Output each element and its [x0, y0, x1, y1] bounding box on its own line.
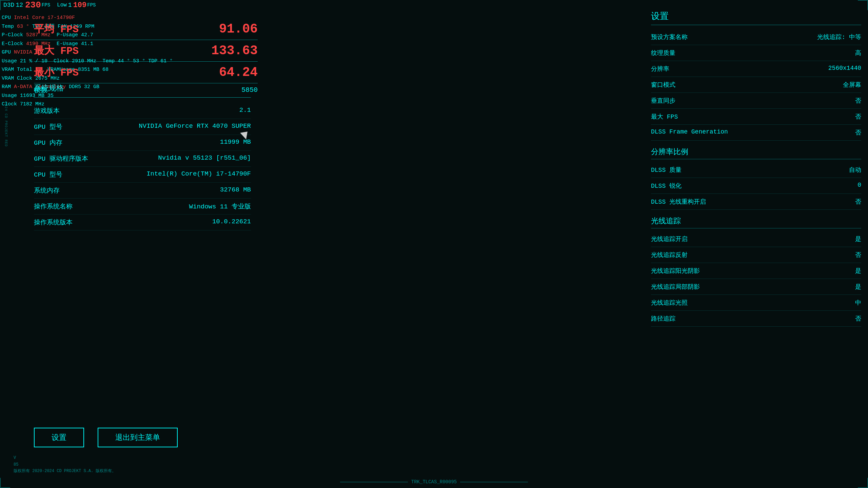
vram-clock-label: VRAM Clock — [2, 76, 32, 81]
specs-row-value: 10.0.22621 — [212, 218, 251, 227]
specs-row-value: Nvidia v 55123 [r551_06] — [158, 154, 251, 163]
cpu-model: Intel Core i7-14790F — [14, 15, 75, 21]
specs-row: GPU 驱动程序版本Nvidia v 55123 [r551_06] — [34, 151, 251, 167]
settings-raytracing-rows: 光线追踪开启是光线追踪反射否光线追踪阳光阴影是光线追踪局部阴影是光线追踪光照中路… — [651, 231, 861, 327]
specs-row-label: 操作系统版本 — [34, 218, 73, 227]
settings-resolution-rows: DLSS 质量自动DLSS 锐化0DLSS 光线重构开启否 — [651, 162, 861, 210]
settings-button[interactable]: 设置 — [34, 428, 84, 447]
avg-fps-row: 平均 FPS 91.06 — [34, 20, 258, 38]
bottom-bar-line-left — [340, 482, 408, 482]
settings-row: 预设方案名称光线追踪: 中等 — [651, 29, 861, 45]
settings-row-value: 是 — [855, 283, 861, 291]
settings-row-value: 自动 — [849, 166, 861, 174]
specs-row: 操作系统名称Windows 11 专业版 — [34, 199, 251, 215]
specs-row-label: 游戏版本 — [34, 106, 60, 115]
settings-raytracing-row: 光线追踪局部阴影是 — [651, 279, 861, 295]
fps-divider-1 — [34, 40, 258, 40]
settings-row-label: 窗口模式 — [651, 81, 675, 89]
settings-row-value: 否 — [855, 113, 861, 121]
buttons-row: 设置 退出到主菜单 — [34, 428, 178, 447]
settings-row-label: 光线追踪反射 — [651, 251, 688, 259]
version-num: 85 — [14, 462, 116, 468]
specs-row-label: CPU 型号 — [34, 170, 62, 179]
settings-row-label: 预设方案名称 — [651, 33, 688, 41]
avg-fps-label: 平均 FPS — [34, 22, 79, 36]
low-fps-unit: FPS — [87, 2, 96, 8]
fps-value: 230 — [25, 0, 41, 10]
top-bar: D3D 12 230 FPS Low 1 109 FPS — [0, 0, 868, 10]
specs-row: 系统内存32768 MB — [34, 183, 251, 199]
settings-row-label: 光线追踪开启 — [651, 235, 688, 243]
low-label: Low — [57, 2, 67, 8]
settings-row-label: 垂直同步 — [651, 97, 675, 105]
gpu-label: GPU — [2, 49, 11, 55]
resolution-ratio-title: 分辨率比例 — [651, 147, 861, 159]
settings-main-rows: 预设方案名称光线追踪: 中等纹理质量高分辨率2560x1440窗口模式全屏幕垂直… — [651, 29, 861, 141]
cursor-arrow — [240, 131, 249, 140]
settings-row-value: 否 — [855, 251, 861, 259]
specs-row-value: Windows 11 专业版 — [189, 202, 251, 211]
eclock-label: E-Clock — [2, 41, 23, 47]
settings-row-value: 868x488 — [828, 65, 861, 73]
settings-row: 窗口模式全屏幕 — [651, 77, 861, 93]
temp-label: Temp — [2, 24, 14, 29]
min-fps-row: 最小 FPS 64.24 — [34, 64, 258, 81]
max-fps-row: 最大 FPS 133.63 — [34, 42, 258, 59]
settings-row-label: 光线追踪光照 — [651, 299, 688, 307]
settings-row-label: 最大 FPS — [651, 113, 678, 121]
low-fps-value: 109 — [73, 1, 87, 9]
settings-row-value: 中 — [855, 299, 861, 307]
min-fps-label: 最小 FPS — [34, 65, 79, 79]
specs-row-label: GPU 型号 — [34, 122, 62, 131]
cpu-label: CPU — [2, 15, 11, 21]
max-fps-label: 最大 FPS — [34, 44, 79, 58]
temp-val: 63 ° — [17, 24, 29, 29]
exit-button[interactable]: 退出到主菜单 — [98, 428, 178, 447]
specs-row: 操作系统版本10.0.22621 — [34, 215, 251, 230]
specs-row-label: 系统内存 — [34, 186, 60, 195]
specs-row: 游戏版本2.1 — [34, 103, 251, 119]
version-v: V — [14, 455, 116, 461]
ray-tracing-title: 光线追踪 — [651, 216, 861, 228]
version-text: 版权所有 2020-2024 CD PROJEKT S.A. 版权所有。 — [14, 468, 116, 474]
d3d-label: D3D — [3, 2, 14, 8]
bottom-bar: TRK_TLCAS_R00095 — [0, 479, 868, 485]
ram-usage-label: Usage — [2, 93, 17, 99]
specs-row-value: 11999 MB — [220, 138, 251, 147]
bottom-bar-line-right — [460, 482, 528, 482]
settings-resolution-row: DLSS 质量自动 — [651, 162, 861, 178]
specs-title: 系统规格 — [34, 83, 251, 93]
specs-divider — [34, 97, 251, 98]
settings-row: DLSS Frame Generation否 — [651, 125, 861, 141]
settings-row-label: DLSS 光线重构开启 — [651, 198, 706, 206]
settings-row-label: DLSS Frame Generation — [651, 128, 728, 137]
settings-row-label: 路径追踪 — [651, 314, 675, 323]
settings-row: 最大 FPS否 — [651, 109, 861, 125]
gpu-brand: NVIDIA — [14, 49, 32, 55]
ram-label: RAM — [2, 84, 11, 90]
settings-raytracing-row: 光线追踪开启是 — [651, 231, 861, 247]
settings-panel: 设置 预设方案名称光线追踪: 中等纹理质量高分辨率2560x1440窗口模式全屏… — [651, 10, 861, 327]
specs-row-label: GPU 驱动程序版本 — [34, 154, 88, 163]
max-fps-value: 133.63 — [211, 43, 258, 58]
settings-resolution-row: DLSS 光线重构开启否 — [651, 194, 861, 210]
settings-row-label: 分辨率 — [651, 65, 669, 73]
vram-total-label: VRAM Total — [2, 67, 32, 73]
settings-row-value: 否 — [855, 128, 861, 137]
specs-row-value: Intel(R) Core(TM) i7-14790F — [146, 170, 251, 179]
bottom-center-text: TRK_TLCAS_R00095 — [411, 479, 457, 485]
settings-row-label: DLSS 锐化 — [651, 182, 682, 190]
settings-row-value: 光线追踪: 中等 — [817, 33, 861, 41]
settings-row-label: 光线追踪阳光阴影 — [651, 267, 700, 275]
specs-row-label: GPU 内存 — [34, 138, 62, 147]
settings-row-value: 否 — [855, 198, 861, 206]
settings-raytracing-row: 光线追踪光照中 — [651, 295, 861, 311]
settings-panel-title: 设置 — [651, 10, 861, 25]
settings-row: 垂直同步否 — [651, 93, 861, 109]
specs-row: GPU 内存11999 MB — [34, 135, 251, 151]
d3d-version: 12 — [16, 2, 23, 8]
settings-row-value: 全屏幕 — [843, 81, 861, 89]
settings-resolution-row: DLSS 锐化0 — [651, 178, 861, 194]
specs-row-value: 32768 MB — [220, 186, 251, 195]
gpu-usage-label: Usage — [2, 58, 17, 64]
